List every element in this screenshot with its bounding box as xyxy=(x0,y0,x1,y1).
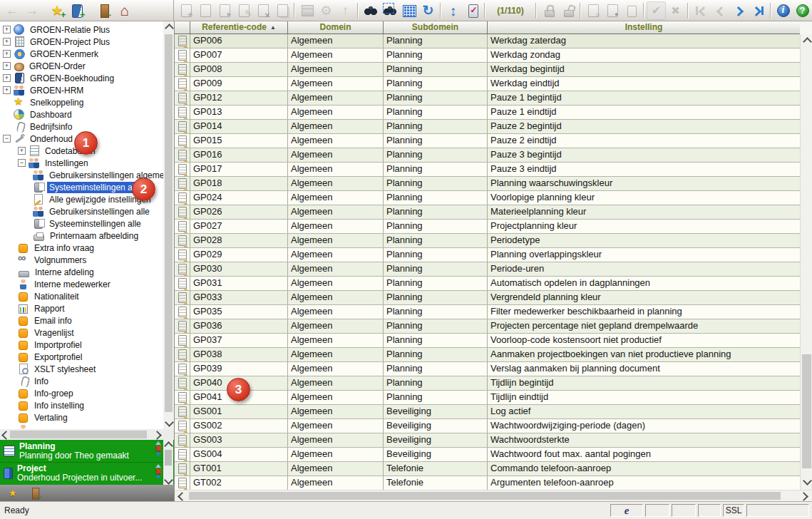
sidebar-item-email-info[interactable]: Email info xyxy=(0,314,163,327)
table-row[interactable]: GP035AlgemeenPlanningFilter medewerker b… xyxy=(175,305,800,319)
table-row[interactable]: GP026AlgemeenPlanningMaterieelplanning k… xyxy=(175,205,800,220)
scroll-up-icon[interactable] xyxy=(164,441,173,451)
table-row[interactable]: GP013AlgemeenPlanningPauze 1 eindtijd xyxy=(175,106,800,120)
table-row[interactable]: GS001AlgemeenBeveiligingLog actief xyxy=(175,405,800,419)
sidebar-item-info-groep[interactable]: Info-groep xyxy=(0,387,163,399)
table-row[interactable]: GP016AlgemeenPlanningPauze 3 begintijd xyxy=(175,148,800,163)
move-down-icon[interactable] xyxy=(155,453,161,456)
table-row[interactable]: GP014AlgemeenPlanningPauze 2 begintijd xyxy=(175,120,800,134)
expand-icon[interactable]: + xyxy=(3,74,11,82)
back-button[interactable] xyxy=(3,1,22,20)
sidebar-item-groen-hrm[interactable]: +GROEN-HRM xyxy=(0,84,163,96)
scroll-down-icon[interactable] xyxy=(164,476,173,485)
sidebar-item-info[interactable]: Info xyxy=(0,375,163,387)
expand-icon[interactable]: + xyxy=(18,147,26,155)
new-window-button[interactable] xyxy=(68,1,87,20)
favorite-shortcut-button[interactable] xyxy=(3,484,22,503)
sidebar-item-groen-kenmerk[interactable]: +GROEN-Kenmerk xyxy=(0,48,163,60)
nav-previous-button[interactable] xyxy=(710,1,729,20)
unlock-button[interactable] xyxy=(558,1,577,20)
sidebar-item-vragenlijst[interactable]: Vragenlijst xyxy=(0,327,163,339)
table-row[interactable]: GS002AlgemeenBeveiligingWachtwoordwijzig… xyxy=(175,419,800,433)
sidebar-item-importprofiel[interactable]: Importprofiel xyxy=(0,339,163,351)
table-row[interactable]: GS003AlgemeenBeveiligingWachtwoordsterkt… xyxy=(175,433,800,448)
table-row[interactable]: GP009AlgemeenPlanningWerkdag eindtijd xyxy=(175,77,800,91)
table-row[interactable]: GP015AlgemeenPlanningPauze 2 eindtijd xyxy=(175,134,800,148)
scroll-left-icon[interactable] xyxy=(1,431,11,440)
open-record-button[interactable] xyxy=(195,1,215,20)
scroll-up-icon[interactable] xyxy=(803,37,812,46)
checklist-button[interactable] xyxy=(463,1,482,20)
table-row[interactable]: GP036AlgemeenPlanningProjecten percentag… xyxy=(175,319,800,334)
sidebar-item-groen-relatie-plus[interactable]: +GROEN-Relatie Plus xyxy=(0,24,163,36)
close-icon[interactable]: ✖ xyxy=(155,468,161,475)
grid-vscroll-thumb[interactable] xyxy=(802,354,811,468)
table-row[interactable]: GP006AlgemeenPlanningWerkdag zaterdag xyxy=(175,34,800,48)
table-row[interactable]: GP033AlgemeenPlanningVergrendeld plannin… xyxy=(175,291,800,305)
table-row[interactable]: GP017AlgemeenPlanningPauze 3 eindtijd xyxy=(175,163,800,177)
table-row[interactable]: GP041AlgemeenPlanningTijdlijn eindtijd xyxy=(175,391,800,405)
table-row[interactable]: GP039AlgemeenPlanningVerslag aanmaken bi… xyxy=(175,362,800,376)
sidebar-item-systeeminstellingen-alle[interactable]: Systeeminstellingen alle xyxy=(0,217,163,230)
grid-hscroll-thumb[interactable] xyxy=(189,492,781,500)
search-in-selection-button[interactable] xyxy=(380,1,399,20)
table-row[interactable]: GP007AlgemeenPlanningWerkdag zondag xyxy=(175,48,800,63)
sidebar-item-instellingen[interactable]: −Instellingen xyxy=(0,157,163,169)
scroll-up-icon[interactable] xyxy=(165,24,174,33)
column-header-referentie-code[interactable]: Referentie-code▲ xyxy=(190,21,288,34)
help-button[interactable] xyxy=(793,1,812,20)
grid-view-button[interactable] xyxy=(399,1,418,20)
column-header-icon[interactable] xyxy=(175,21,190,34)
table-row[interactable]: GP018AlgemeenPlanningPlanning waarschuwi… xyxy=(175,177,800,191)
nav-first-button[interactable] xyxy=(691,1,710,20)
accept-button[interactable] xyxy=(647,1,666,20)
notes-scroll-thumb[interactable] xyxy=(165,450,172,466)
edit-record-button[interactable] xyxy=(234,1,253,20)
expand-icon[interactable]: + xyxy=(3,62,11,70)
sidebar-item-dashboard[interactable]: Dashboard xyxy=(0,108,163,120)
sort-button[interactable] xyxy=(443,1,463,20)
sidebar-item-bedrijfsinfo[interactable]: Bedrijfsinfo xyxy=(0,120,163,133)
copy-record-button[interactable] xyxy=(272,1,292,20)
table-row[interactable]: GP037AlgemeenPlanningVoorloop-code koste… xyxy=(175,334,800,348)
new-record-button[interactable] xyxy=(176,1,195,20)
find-record-button[interactable] xyxy=(602,1,622,20)
exit-shortcut-button[interactable] xyxy=(26,484,46,503)
column-header-instelling[interactable]: Instelling xyxy=(488,21,800,34)
search-button[interactable] xyxy=(361,1,380,20)
move-down-icon[interactable] xyxy=(155,476,161,479)
sidebar-item-interne-afdeling[interactable]: Interne afdeling xyxy=(0,266,163,278)
sidebar-item-exportprofiel[interactable]: Exportprofiel xyxy=(0,351,163,363)
print-record-button[interactable] xyxy=(622,1,641,20)
sidebar-item-groen-order[interactable]: +GROEN-Order xyxy=(0,60,163,72)
notification-item[interactable]: PlanningPlanning door Theo gemaakt✖ xyxy=(0,440,174,462)
home-button[interactable] xyxy=(115,1,134,20)
scroll-down-icon[interactable] xyxy=(803,476,812,485)
tree-vertical-scrollbar[interactable] xyxy=(163,21,174,429)
tree-hscroll-thumb[interactable] xyxy=(10,431,147,438)
grid-horizontal-scrollbar[interactable] xyxy=(175,490,812,501)
expand-icon[interactable]: + xyxy=(3,86,11,94)
refresh-button[interactable] xyxy=(418,1,438,20)
sidebar-item-vertaling[interactable]: Vertaling xyxy=(0,411,163,423)
expand-icon[interactable]: + xyxy=(3,26,11,34)
exit-button[interactable] xyxy=(96,1,115,20)
table-row[interactable]: GP012AlgemeenPlanningPauze 1 begintijd xyxy=(175,91,800,106)
close-icon[interactable]: ✖ xyxy=(155,445,161,452)
cancel-button[interactable] xyxy=(666,1,685,20)
nav-last-button[interactable] xyxy=(749,1,768,20)
collapse-icon[interactable]: − xyxy=(18,159,26,167)
table-row[interactable]: GP029AlgemeenPlanningPlanning overlappin… xyxy=(175,248,800,262)
sidebar-item-xslt-stylesheet[interactable]: XSLT stylesheet xyxy=(0,363,163,375)
table-row[interactable]: GP024AlgemeenPlanningVoorlopige planning… xyxy=(175,191,800,205)
scroll-right-icon[interactable] xyxy=(153,431,162,440)
scroll-left-icon[interactable] xyxy=(178,492,187,501)
table-row[interactable]: GP028AlgemeenPlanningPeriodetype xyxy=(175,234,800,248)
sidebar-item-info-instelling[interactable]: Info instelling xyxy=(0,399,163,411)
sidebar-item-item[interactable] xyxy=(0,423,163,429)
table-row[interactable]: GT001AlgemeenTelefonieCommando telefoon-… xyxy=(175,462,800,476)
delete-record-button[interactable] xyxy=(253,1,272,20)
table-row[interactable]: GP038AlgemeenPlanningAanmaken projectboe… xyxy=(175,348,800,362)
expand-icon[interactable]: + xyxy=(3,50,11,58)
add-favorite-button[interactable] xyxy=(48,1,68,20)
